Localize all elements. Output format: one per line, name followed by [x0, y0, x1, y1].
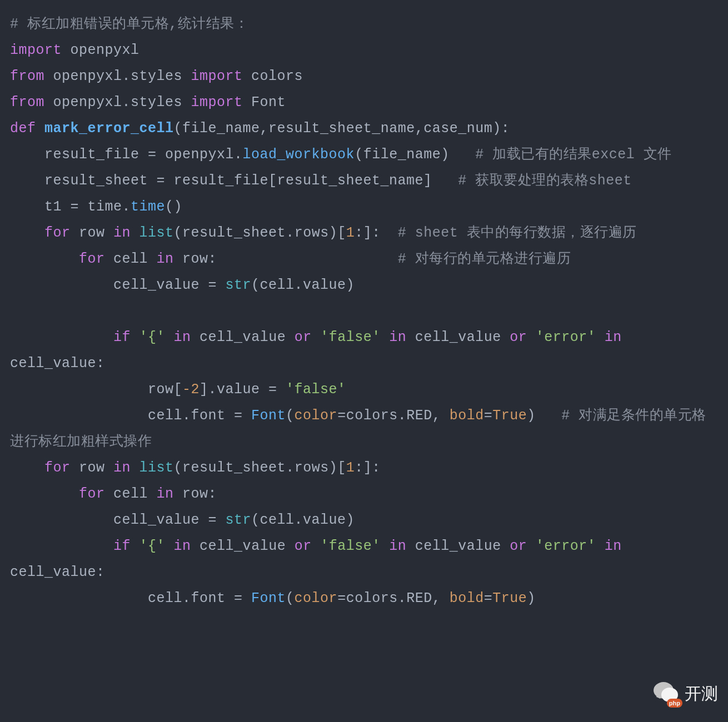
code-token: [131, 460, 139, 476]
code-token: (cell.value): [251, 277, 355, 293]
code-token: color: [295, 590, 338, 606]
code-token: [36, 121, 45, 137]
code-token: from: [10, 68, 44, 84]
code-token: or: [510, 538, 527, 554]
code-token: [131, 329, 139, 345]
code-token: =colors.RED,: [337, 590, 450, 606]
code-token: [527, 329, 536, 345]
code-token: (file_name): [355, 147, 475, 163]
code-token: [10, 225, 44, 241]
code-token: cell_value =: [10, 277, 226, 293]
code-token: 'error': [536, 329, 596, 345]
code-token: openpyxl.styles: [44, 94, 191, 111]
code-token: (: [286, 590, 295, 606]
code-token: [10, 538, 113, 554]
code-token: =colors.RED,: [337, 408, 450, 424]
code-token: [10, 329, 113, 345]
watermark-text: 开测: [685, 683, 718, 705]
code-token: result_file = openpyxl.: [10, 147, 243, 163]
code-token: in: [605, 538, 622, 554]
code-token: list: [139, 225, 174, 241]
code-token: color: [295, 408, 338, 424]
code-token: -2: [182, 382, 200, 398]
code-token: 1: [346, 460, 355, 476]
code-token: cell.font =: [10, 408, 251, 424]
code-token: bold: [450, 408, 484, 424]
code-token: bold: [450, 590, 484, 606]
code-token: [165, 538, 174, 554]
code-token: row:: [174, 486, 217, 502]
php-badge: php: [667, 699, 682, 708]
code-token: Font: [251, 590, 286, 606]
code-token: # sheet 表中的每行数据，逐行遍历: [398, 225, 637, 241]
code-token: in: [389, 538, 406, 554]
code-token: [381, 329, 390, 345]
code-token: cell.font =: [10, 590, 251, 606]
code-token: or: [295, 538, 312, 554]
code-token: import: [10, 42, 62, 58]
code-token: cell_value: [406, 538, 510, 554]
code-token: (result_sheet.rows)[: [174, 225, 346, 241]
code-token: 'false': [286, 382, 346, 398]
code-token: in: [113, 225, 131, 241]
code-token: openpyxl.styles: [44, 68, 191, 84]
code-token: t1 = time.: [10, 199, 131, 215]
code-token: True: [492, 590, 527, 606]
code-token: [10, 251, 79, 267]
code-token: in: [113, 460, 131, 476]
code-token: 'error': [536, 538, 596, 554]
code-token: load_workbook: [243, 147, 355, 163]
code-token: cell_value: [406, 329, 510, 345]
code-token: list: [139, 460, 174, 476]
code-token: # 获取要处理的表格sheet: [458, 173, 632, 189]
code-token: for: [44, 225, 71, 241]
code-token: for: [79, 251, 105, 267]
code-token: in: [157, 486, 174, 502]
code-token: or: [510, 329, 527, 345]
code-token: ].value =: [200, 382, 286, 398]
code-token: True: [492, 408, 527, 424]
code-token: in: [174, 329, 191, 345]
code-token: (cell.value): [251, 512, 355, 528]
code-token: [596, 538, 605, 554]
code-token: if: [113, 538, 131, 554]
code-token: =: [484, 590, 493, 606]
code-token: cell_value: [191, 538, 295, 554]
code-token: cell: [105, 486, 157, 502]
code-token: :]:: [355, 225, 398, 241]
code-token: [381, 538, 390, 554]
code-token: str: [226, 277, 252, 293]
code-token: ): [527, 408, 561, 424]
code-token: 'false': [320, 538, 381, 554]
code-token: import: [191, 68, 243, 84]
code-token: def: [10, 121, 36, 137]
code-token: colors: [243, 68, 303, 84]
code-token: :]:: [355, 460, 381, 476]
code-block: # 标红加粗错误的单元格,统计结果： import openpyxl from …: [0, 0, 728, 623]
code-token: 'false': [320, 329, 381, 345]
code-token: [131, 538, 139, 554]
code-token: row: [71, 460, 114, 476]
code-token: cell: [105, 251, 157, 267]
code-token: result_sheet = result_file[result_sheet_…: [10, 173, 458, 189]
code-token: in: [157, 251, 174, 267]
code-token: [10, 303, 19, 319]
code-token: (: [286, 408, 295, 424]
code-token: (result_sheet.rows)[: [174, 460, 346, 476]
watermark: php 开测: [651, 682, 718, 705]
code-token: cell_value =: [10, 512, 226, 528]
code-token: (file_name,result_sheet_name,case_num):: [174, 121, 510, 137]
chat-bubbles-icon: php: [651, 682, 679, 705]
code-token: row: [71, 225, 114, 241]
code-token: mark_error_cell: [44, 121, 174, 137]
code-token: str: [226, 512, 252, 528]
code-token: [10, 486, 79, 502]
code-token: (): [165, 199, 182, 215]
code-token: '{': [139, 329, 166, 345]
code-token: [312, 329, 321, 345]
code-token: time: [131, 199, 165, 215]
code-token: ): [527, 590, 536, 606]
code-token: [10, 460, 44, 476]
code-token: [527, 538, 536, 554]
code-token: row:: [174, 251, 398, 267]
